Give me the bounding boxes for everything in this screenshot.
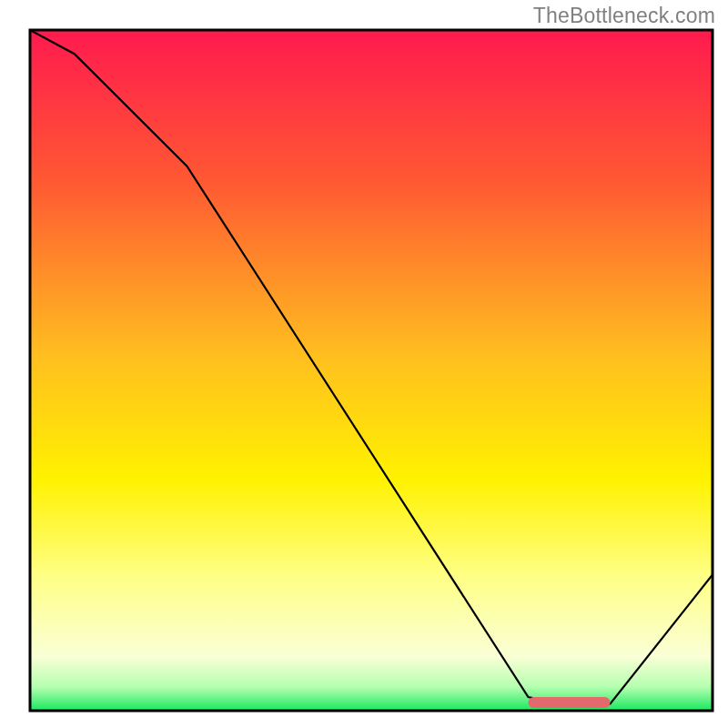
gradient-background xyxy=(30,30,713,711)
optimal-range-marker xyxy=(529,697,611,708)
bottleneck-chart xyxy=(0,0,728,728)
chart-container: TheBottleneck.com xyxy=(0,0,728,728)
